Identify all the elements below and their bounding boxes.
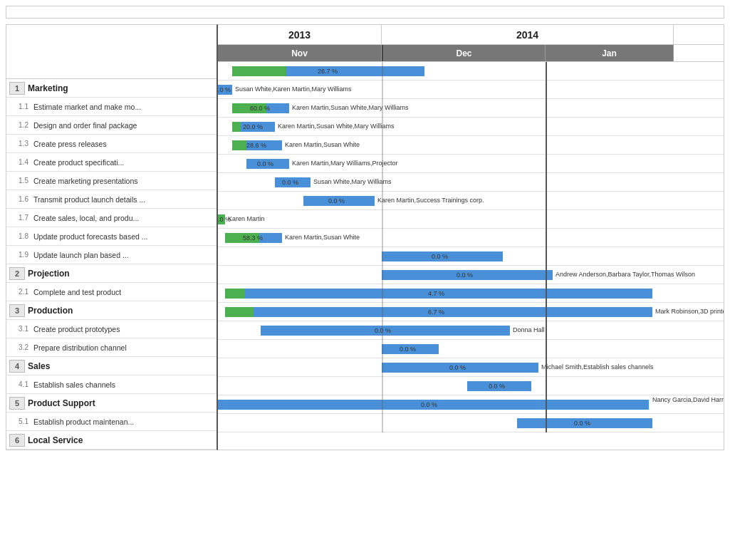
bar-inner: 6.7 %Mark Robinson,3D printer,Printing m… bbox=[218, 303, 724, 321]
year-2014: 2014 bbox=[382, 25, 674, 44]
task-sub-num: 1.2 bbox=[14, 121, 33, 129]
bar-resource-label: Karen Martin,Susan White,Mary Williams bbox=[278, 123, 395, 130]
task-num: 4 bbox=[9, 360, 25, 373]
task-row-4: 4Sales bbox=[6, 357, 217, 375]
task-name: Create sales, local, and produ... bbox=[33, 214, 214, 222]
task-sub-num: 4.1 bbox=[14, 380, 33, 388]
task-name: Establish sales channels bbox=[33, 380, 214, 389]
task-row-1-5: 1.5Create marketing presentations bbox=[6, 172, 217, 190]
task-name: Complete and test product bbox=[33, 288, 214, 296]
bar-pct-label: 0.0 % bbox=[257, 160, 273, 167]
task-row-5: 5Product Support bbox=[6, 394, 217, 413]
task-name: Create product prototypes bbox=[33, 325, 214, 333]
bar-resource-label: Susan White,Mary Williams bbox=[313, 178, 392, 185]
bar-pct-label: 4.7 % bbox=[428, 290, 444, 297]
bar-inner: 0.0 % bbox=[218, 340, 724, 358]
bar-resource-label: Karen Martin bbox=[228, 215, 265, 222]
task-name: Local Service bbox=[28, 435, 214, 445]
task-row-1-8: 1.8Update product forecasts based ... bbox=[6, 227, 217, 246]
task-num: 6 bbox=[9, 434, 25, 447]
chart-row-1-8: 100.0 %Karen Martin bbox=[218, 210, 724, 229]
bar-resource-label: Donna Hall bbox=[513, 326, 545, 333]
task-sub-num: 1.7 bbox=[14, 214, 33, 222]
task-sub-num: 5.1 bbox=[14, 418, 33, 425]
bar-pct-label: 0.0 % bbox=[489, 383, 505, 390]
bar-resource-label: Andrew Anderson,Barbara Taylor,Thomas Wi… bbox=[556, 271, 695, 278]
bar-resource-label: Karen Martin,Susan White bbox=[285, 234, 360, 241]
bar-inner: 26.7 % bbox=[218, 62, 724, 80]
task-row-3: 3Production bbox=[6, 301, 217, 320]
chart-row-1-3: 20.0 %Karen Martin,Susan White,Mary Will… bbox=[218, 118, 724, 136]
chart-row-4: 0.0 % bbox=[218, 340, 724, 358]
task-name: Estimate market and make mo... bbox=[33, 103, 214, 111]
task-list-header bbox=[6, 25, 217, 79]
task-sub-num: 1.1 bbox=[14, 103, 33, 110]
task-sub-num: 1.3 bbox=[14, 140, 33, 147]
bar-pct-label: 0.0 % bbox=[282, 179, 298, 186]
bar-resource-label: Karen Martin,Success Trainings corp. bbox=[377, 197, 484, 204]
bar-resource-label: Karen Martin,Susan White,Mary Williams bbox=[292, 104, 409, 111]
task-name: Design and order final package bbox=[33, 121, 214, 130]
task-name: Projection bbox=[28, 269, 214, 279]
bar-inner: 0.0 % bbox=[218, 414, 724, 432]
task-row-3-1: 3.1Create product prototypes bbox=[6, 320, 217, 338]
task-name: Establish product maintenan... bbox=[33, 418, 214, 426]
task-sub-num: 3.2 bbox=[14, 343, 33, 351]
task-name: Create press releases bbox=[33, 140, 214, 148]
header-bar bbox=[6, 6, 724, 19]
task-row-2-1: 2.1Complete and test product bbox=[6, 283, 217, 301]
bar-resource-label: Susan White,Karen Martin,Mary Williams bbox=[235, 85, 352, 93]
task-sub-num: 1.5 bbox=[14, 177, 33, 185]
task-num: 2 bbox=[9, 267, 25, 280]
task-sub-num: 1.6 bbox=[14, 195, 33, 203]
bar-pct-label: 20.0 % bbox=[243, 123, 263, 130]
chart-row-1-4: 28.6 %Karen Martin,Susan White bbox=[218, 136, 724, 155]
task-row-6: 6Local Service bbox=[6, 431, 217, 450]
task-sub-num: 1.8 bbox=[14, 232, 33, 240]
month-header: Nov Dec Jan bbox=[218, 45, 724, 62]
task-row-2: 2Projection bbox=[6, 264, 217, 283]
dec-separator bbox=[382, 62, 383, 432]
bar-pct-label: 0.0 % bbox=[400, 346, 416, 353]
month-dec: Dec bbox=[382, 45, 546, 61]
bar-progress bbox=[225, 307, 254, 317]
bar-pct-label: 0.0 % bbox=[449, 364, 466, 371]
task-sub-num: 1.4 bbox=[14, 158, 33, 166]
task-row-4-1: 4.1Establish sales channels bbox=[6, 375, 217, 394]
task-row-1-3: 1.3Create press releases bbox=[6, 135, 217, 153]
chart-row-1-5: 0.0 %Karen Martin,Mary Williams,Projecto… bbox=[218, 155, 724, 173]
task-name: Production bbox=[28, 306, 214, 316]
bar-pct-label: 0.0 % bbox=[457, 271, 473, 279]
bar-inner: 28.6 %Karen Martin,Susan White bbox=[218, 136, 724, 154]
bar-pct-label: 6.7 % bbox=[428, 308, 444, 316]
task-row-1-9: 1.9Update launch plan based ... bbox=[6, 246, 217, 264]
task-row-3-2: 3.2Prepare distribution channel bbox=[6, 338, 217, 357]
task-name: Prepare distribution channel bbox=[33, 343, 214, 352]
bar-inner: 0.0 %Karen Martin,Mary Williams,Projecto… bbox=[218, 155, 724, 172]
task-name: Sales bbox=[28, 361, 214, 371]
task-row-1-7: 1.7Create sales, local, and produ... bbox=[6, 209, 217, 227]
bar-resource-label: Michael Smith,Establish sales channels bbox=[541, 363, 654, 370]
bar-inner: 0.0 %Andrew Anderson,Barbara Taylor,Thom… bbox=[218, 266, 724, 284]
chart-row-6: 0.0 % bbox=[218, 414, 724, 432]
bar-inner: 0.0 % bbox=[218, 377, 724, 395]
bar-progress bbox=[225, 289, 245, 299]
bar-inner: 0.0 %Susan White,Karen Martin,Mary Willi… bbox=[218, 81, 724, 98]
chart-row-1-7: 0.0 %Karen Martin,Success Trainings corp… bbox=[218, 192, 724, 210]
gantt-wrapper: 1Marketing1.1Estimate market and make mo… bbox=[6, 24, 724, 450]
task-row-1-1: 1.1Estimate market and make mo... bbox=[6, 98, 217, 116]
task-sub-num: 3.1 bbox=[14, 325, 33, 333]
chart-row-4-1: 0.0 %Michael Smith,Establish sales chann… bbox=[218, 358, 724, 377]
year-2013: 2013 bbox=[218, 25, 382, 44]
month-nov: Nov bbox=[218, 45, 382, 61]
bar-inner: 0.0 % bbox=[218, 247, 724, 265]
task-name: Update launch plan based ... bbox=[33, 251, 214, 259]
bar-resource-label: Nancy Garcia,David Harris,Establish prod… bbox=[652, 396, 724, 403]
bar-pct-label: 0.0 % bbox=[574, 420, 590, 427]
task-sub-num: 2.1 bbox=[14, 288, 33, 296]
chart-row-5: 0.0 % bbox=[218, 377, 724, 395]
year-header: 2013 2014 bbox=[218, 25, 724, 45]
task-list: 1Marketing1.1Estimate market and make mo… bbox=[6, 24, 218, 450]
bar-inner: 0.0 %Nancy Garcia,David Harris,Establish… bbox=[218, 395, 724, 413]
bar-resource-label: Mark Robinson,3D printer,Printing materi… bbox=[655, 308, 724, 315]
